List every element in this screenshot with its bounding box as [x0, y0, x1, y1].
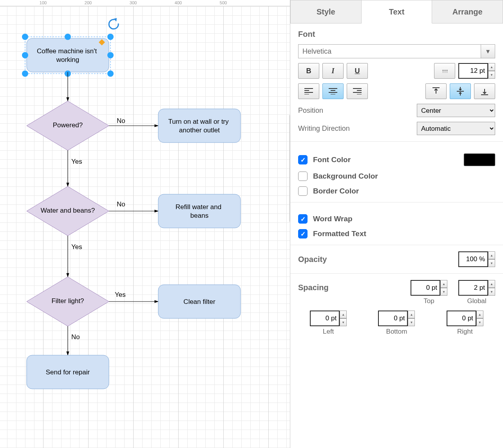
- spacing-right-spinner[interactable]: ▲▼: [447, 311, 483, 326]
- spinner-down-icon[interactable]: ▼: [488, 71, 495, 79]
- rotate-icon[interactable]: [109, 18, 118, 29]
- font-title: Font: [298, 30, 495, 39]
- spinner-down-icon[interactable]: ▼: [488, 259, 495, 267]
- node-powered-text: Powered?: [53, 121, 83, 129]
- node-filter-text: Filter light?: [51, 297, 84, 305]
- chevron-down-icon: ▾: [481, 45, 495, 58]
- resize-handle-sw[interactable]: [22, 70, 28, 77]
- underline-button[interactable]: U: [347, 63, 368, 79]
- spinner-up-icon[interactable]: ▲: [488, 63, 495, 71]
- valign-bottom-button[interactable]: [474, 83, 495, 99]
- valign-middle-button[interactable]: [450, 83, 471, 99]
- format-panel: Style Text Arrange Font Helvetica ▾ B I …: [290, 0, 503, 448]
- formatted-text-label: Formatted Text: [313, 229, 366, 238]
- opacity-spinner[interactable]: ▲▼: [458, 251, 495, 267]
- spacing-top-input[interactable]: [411, 280, 440, 296]
- vertical-text-button[interactable]: ↑↑↑: [434, 63, 455, 79]
- align-right-button[interactable]: [347, 83, 368, 99]
- spacing-global-input[interactable]: [458, 280, 488, 296]
- label-powered-no: No: [117, 117, 125, 125]
- node-repair-text: Send for repair: [46, 369, 90, 376]
- spacing-right-input[interactable]: [447, 311, 476, 326]
- bg-color-label: Background Color: [313, 172, 378, 181]
- tab-style[interactable]: Style: [290, 0, 362, 23]
- panel-tabs: Style Text Arrange: [290, 0, 503, 23]
- writing-dir-select[interactable]: Automatic: [417, 122, 495, 135]
- resize-handle-w[interactable]: [22, 52, 28, 58]
- spacing-global-cap: Global: [467, 297, 486, 305]
- spacing-left-cap: Left: [323, 328, 334, 336]
- label-water-no: No: [117, 201, 125, 208]
- label-water-yes: Yes: [71, 243, 82, 251]
- tab-text[interactable]: Text: [362, 0, 432, 23]
- border-color-checkbox[interactable]: [298, 186, 308, 196]
- align-center-button[interactable]: [322, 83, 344, 99]
- label-powered-yes: Yes: [71, 158, 82, 165]
- opacity-input[interactable]: [458, 251, 488, 267]
- word-wrap-label: Word Wrap: [313, 215, 353, 223]
- tab-arrange[interactable]: Arrange: [432, 0, 503, 23]
- label-filter-no: No: [71, 333, 80, 341]
- resize-handle-se[interactable]: [107, 70, 114, 77]
- valign-top-button[interactable]: [425, 83, 447, 99]
- bold-button[interactable]: B: [298, 63, 319, 79]
- bg-color-checkbox[interactable]: [298, 172, 308, 181]
- resize-handle-nw[interactable]: [22, 34, 28, 40]
- position-label: Position: [298, 107, 323, 115]
- font-size-spinner[interactable]: ▲ ▼: [458, 63, 495, 79]
- resize-handle-ne[interactable]: [107, 34, 114, 40]
- spacing-top-spinner[interactable]: ▲▼: [411, 280, 447, 296]
- spacing-label: Spacing: [298, 283, 329, 292]
- spacing-global-spinner[interactable]: ▲▼: [458, 280, 495, 296]
- spinner-up-icon[interactable]: ▲: [488, 251, 495, 259]
- node-refill[interactable]: [158, 194, 241, 228]
- font-color-swatch[interactable]: [464, 154, 495, 166]
- spacing-left-input[interactable]: [310, 311, 340, 326]
- spacing-bottom-spinner[interactable]: ▲▼: [378, 311, 415, 326]
- border-color-label: Border Color: [313, 187, 359, 195]
- node-water-text: Water and beans?: [41, 207, 95, 214]
- node-start[interactable]: [27, 38, 109, 72]
- font-color-label: Font Color: [313, 155, 351, 164]
- spacing-bottom-input[interactable]: [378, 311, 408, 326]
- spacing-top-cap: Top: [423, 297, 434, 305]
- resize-handle-n[interactable]: [65, 34, 71, 40]
- opacity-label: Opacity: [298, 255, 327, 264]
- spacing-left-spinner[interactable]: ▲▼: [310, 311, 347, 326]
- font-size-input[interactable]: [458, 63, 488, 79]
- node-clean-text: Clean filter: [183, 298, 215, 305]
- node-outlet[interactable]: [158, 109, 241, 143]
- flowchart[interactable]: Coffee machine isn't working Powered? No: [0, 0, 290, 448]
- spacing-right-cap: Right: [457, 328, 473, 336]
- italic-button[interactable]: I: [322, 63, 344, 79]
- diagram-canvas[interactable]: 100 200 300 400 500 Coffee machine isn't…: [0, 0, 290, 448]
- formatted-text-checkbox[interactable]: ✓: [298, 229, 308, 238]
- align-left-button[interactable]: [298, 83, 319, 99]
- resize-handle-e[interactable]: [107, 52, 114, 58]
- spacing-bottom-cap: Bottom: [386, 328, 407, 336]
- writing-dir-label: Writing Direction: [298, 125, 350, 133]
- label-filter-yes: Yes: [115, 291, 126, 298]
- word-wrap-checkbox[interactable]: ✓: [298, 214, 308, 224]
- font-color-checkbox[interactable]: ✓: [298, 155, 308, 164]
- font-family-select[interactable]: Helvetica ▾: [298, 44, 495, 58]
- position-select[interactable]: Center: [417, 104, 495, 117]
